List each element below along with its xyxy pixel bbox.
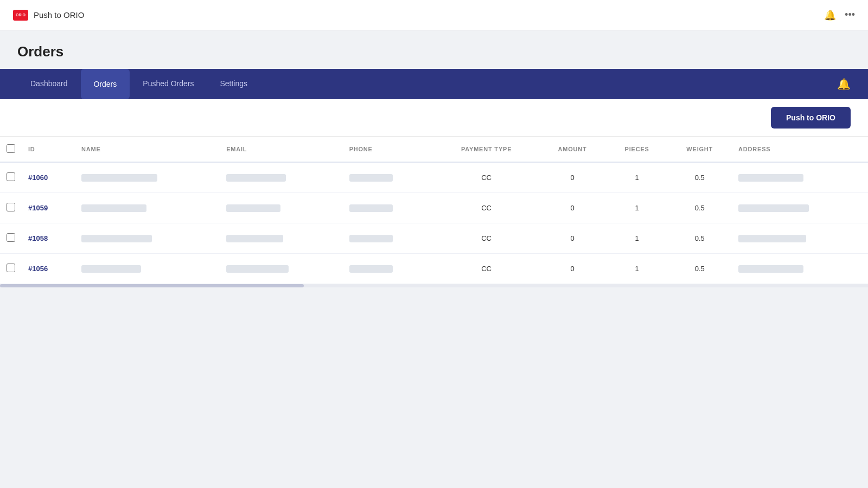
more-icon[interactable]: ••• [845, 9, 855, 21]
row-checkbox-1[interactable] [7, 203, 15, 211]
header-checkbox-cell [0, 137, 22, 162]
row-email [220, 193, 342, 223]
row-checkbox-cell [0, 254, 22, 284]
row-phone [343, 254, 435, 284]
horizontal-scrollbar[interactable] [0, 284, 868, 287]
row-weight: 0.5 [667, 162, 732, 193]
orders-table-wrapper: ID NAME EMAIL PHONE PAYMENT TYPE AMOUNT … [0, 137, 868, 287]
row-name [75, 223, 220, 254]
row-checkbox-0[interactable] [7, 172, 15, 181]
nav-item-dashboard[interactable]: Dashboard [17, 69, 81, 99]
nav-item-pushed-orders[interactable]: Pushed Orders [130, 69, 207, 99]
header-amount: AMOUNT [538, 137, 607, 162]
header-weight: WEIGHT [667, 137, 732, 162]
page-title-section: Orders [0, 30, 868, 69]
row-payment-type: CC [435, 162, 538, 193]
row-payment-type: CC [435, 193, 538, 223]
row-checkbox-3[interactable] [7, 264, 15, 272]
navbar-left: Dashboard Orders Pushed Orders Settings [17, 69, 260, 99]
row-payment-type: CC [435, 223, 538, 254]
header-phone: PHONE [343, 137, 435, 162]
row-checkbox-cell [0, 162, 22, 193]
header-email: EMAIL [220, 137, 342, 162]
navbar: Dashboard Orders Pushed Orders Settings … [0, 69, 868, 99]
toolbar-row: Push to ORIO [0, 99, 868, 137]
table-row: #1060 CC 0 1 0.5 [0, 162, 868, 193]
topbar-title: Push to ORIO [34, 10, 84, 20]
push-to-orio-button[interactable]: Push to ORIO [771, 107, 851, 129]
header-id: ID [22, 137, 75, 162]
header-name: NAME [75, 137, 220, 162]
nav-item-settings[interactable]: Settings [207, 69, 260, 99]
row-address [732, 193, 868, 223]
table-row: #1056 CC 0 1 0.5 [0, 254, 868, 284]
row-amount: 0 [538, 162, 607, 193]
table-header-row: ID NAME EMAIL PHONE PAYMENT TYPE AMOUNT … [0, 137, 868, 162]
row-name [75, 254, 220, 284]
row-address [732, 223, 868, 254]
select-all-checkbox[interactable] [7, 144, 15, 153]
row-amount: 0 [538, 254, 607, 284]
row-name [75, 193, 220, 223]
header-payment-type: PAYMENT TYPE [435, 137, 538, 162]
row-id: #1060 [22, 162, 75, 193]
navbar-right: 🔔 [837, 78, 851, 91]
topbar-right: 🔔 ••• [824, 9, 855, 21]
row-id: #1058 [22, 223, 75, 254]
row-name [75, 162, 220, 193]
content: Push to ORIO ID NAME EMAIL PHONE PAYMENT… [0, 99, 868, 396]
row-checkbox-cell [0, 193, 22, 223]
table-row: #1059 CC 0 1 0.5 [0, 193, 868, 223]
row-weight: 0.5 [667, 193, 732, 223]
row-pieces: 1 [607, 162, 668, 193]
row-weight: 0.5 [667, 254, 732, 284]
bell-icon[interactable]: 🔔 [824, 9, 836, 21]
row-address [732, 254, 868, 284]
orders-table: ID NAME EMAIL PHONE PAYMENT TYPE AMOUNT … [0, 137, 868, 284]
header-pieces: PIECES [607, 137, 668, 162]
page-title: Orders [17, 43, 851, 60]
row-id: #1059 [22, 193, 75, 223]
row-pieces: 1 [607, 193, 668, 223]
scrollbar-thumb[interactable] [0, 284, 304, 287]
table-row: #1058 CC 0 1 0.5 [0, 223, 868, 254]
row-email [220, 254, 342, 284]
row-checkbox-2[interactable] [7, 233, 15, 242]
row-phone [343, 223, 435, 254]
row-address [732, 162, 868, 193]
row-phone [343, 162, 435, 193]
header-address: ADDRESS [732, 137, 868, 162]
row-pieces: 1 [607, 254, 668, 284]
bottom-area [0, 287, 868, 396]
row-id: #1056 [22, 254, 75, 284]
row-amount: 0 [538, 223, 607, 254]
row-weight: 0.5 [667, 223, 732, 254]
table-body: #1060 CC 0 1 0.5 #1059 [0, 162, 868, 284]
topbar-left: ORIO Push to ORIO [13, 10, 84, 21]
logo-icon: ORIO [13, 10, 28, 21]
nav-item-orders[interactable]: Orders [81, 69, 130, 99]
navbar-bell-icon[interactable]: 🔔 [837, 78, 851, 91]
row-payment-type: CC [435, 254, 538, 284]
row-email [220, 223, 342, 254]
row-checkbox-cell [0, 223, 22, 254]
topbar: ORIO Push to ORIO 🔔 ••• [0, 0, 868, 30]
row-amount: 0 [538, 193, 607, 223]
row-phone [343, 193, 435, 223]
row-pieces: 1 [607, 223, 668, 254]
row-email [220, 162, 342, 193]
